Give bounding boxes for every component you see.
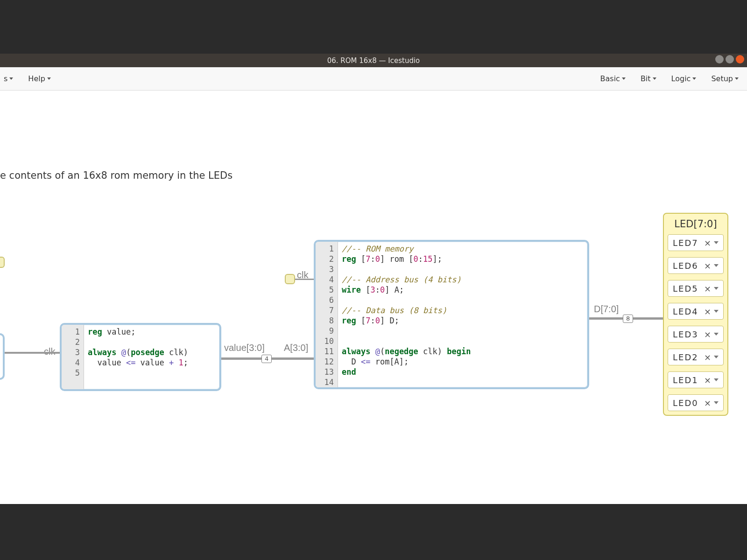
led-block-title: LED[7:0]	[668, 218, 724, 230]
led-row-4[interactable]: LED4 ×	[668, 303, 724, 320]
led-row-5[interactable]: LED5 ×	[668, 280, 724, 297]
chevron-down-icon	[692, 77, 696, 80]
chevron-down-icon[interactable]	[714, 378, 719, 381]
chevron-down-icon[interactable]	[714, 310, 719, 313]
wire-clk-rom	[295, 279, 315, 280]
clk-port-stub[interactable]	[285, 274, 295, 284]
chevron-down-icon	[9, 77, 13, 80]
code-block-rom[interactable]: 1 2 3 4 5 6 7 8 9 10 11 12 13 14 //-- RO…	[314, 240, 589, 389]
code-block-counter[interactable]: 1 2 3 4 5 reg value; always @(posedge cl…	[60, 323, 221, 391]
led-row-7[interactable]: LED7 ×	[668, 234, 724, 251]
chevron-down-icon[interactable]	[714, 356, 719, 358]
port-label-value-out: value[3:0]	[224, 343, 265, 353]
menu-bit[interactable]: Bit	[641, 74, 656, 83]
menu-item-left-0[interactable]: s	[4, 74, 13, 83]
menu-help[interactable]: Help	[28, 74, 50, 83]
output-block-led[interactable]: LED[7:0] LED7 × LED6 × LED5 × LED4 × LED…	[663, 213, 728, 416]
chevron-down-icon	[47, 77, 51, 80]
chevron-down-icon	[622, 77, 626, 80]
maximize-icon[interactable]	[726, 55, 734, 63]
chevron-down-icon[interactable]	[714, 287, 719, 290]
port-label-d-out: D[7:0]	[594, 304, 619, 315]
chevron-down-icon[interactable]	[714, 264, 719, 267]
bus-width-4-badge: 4	[261, 355, 272, 363]
code-rom-body: //-- ROM memory reg [7:0] rom [0:15]; //…	[338, 242, 587, 387]
port-label-a-in: A[3:0]	[284, 343, 308, 353]
chevron-down-icon[interactable]	[714, 401, 719, 404]
window-title: 06. ROM 16x8 — Icestudio	[327, 56, 420, 65]
code-counter-body: reg value; always @(posedge clk) value <…	[84, 325, 219, 389]
menu-setup[interactable]: Setup	[711, 74, 739, 83]
chevron-down-icon[interactable]	[714, 241, 719, 244]
led-row-6[interactable]: LED6 ×	[668, 257, 724, 274]
wire-clk-left	[5, 352, 60, 354]
menubar: s Help Basic Bit Logic Setup	[0, 67, 747, 91]
close-x-icon[interactable]: ×	[704, 375, 712, 385]
design-canvas[interactable]: e contents of an 16x8 rom memory in the …	[0, 91, 747, 504]
description-label: e contents of an 16x8 rom memory in the …	[0, 170, 233, 181]
led-row-3[interactable]: LED3 ×	[668, 326, 724, 343]
close-x-icon[interactable]: ×	[704, 238, 712, 248]
led-row-2[interactable]: LED2 ×	[668, 349, 724, 365]
chevron-down-icon	[653, 77, 656, 80]
close-x-icon[interactable]: ×	[704, 284, 712, 294]
close-x-icon[interactable]: ×	[704, 329, 712, 339]
bus-width-8-badge: 8	[623, 315, 633, 323]
led-row-0[interactable]: LED0 ×	[668, 394, 724, 411]
menu-basic[interactable]: Basic	[600, 74, 626, 83]
close-x-icon[interactable]: ×	[704, 352, 712, 362]
led-row-1[interactable]: LED1 ×	[668, 371, 724, 388]
close-x-icon[interactable]: ×	[704, 398, 712, 408]
chevron-down-icon	[735, 77, 739, 80]
menu-logic[interactable]: Logic	[671, 74, 697, 83]
chevron-down-icon[interactable]	[714, 333, 719, 336]
minimize-icon[interactable]	[715, 55, 724, 63]
close-icon[interactable]	[736, 55, 744, 63]
close-x-icon[interactable]: ×	[704, 261, 712, 271]
close-x-icon[interactable]: ×	[704, 307, 712, 316]
window-titlebar: 06. ROM 16x8 — Icestudio	[0, 54, 747, 67]
